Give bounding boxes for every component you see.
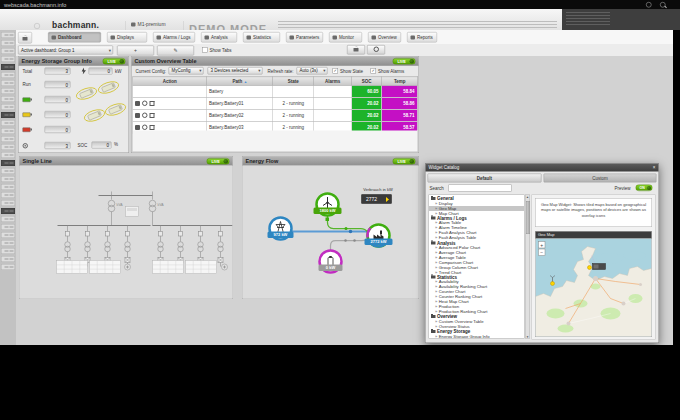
scroll-up-icon[interactable]: ▲ xyxy=(526,195,530,198)
tab-overview[interactable]: Overview xyxy=(368,32,401,43)
single-line-diagram: kVA kVA xyxy=(20,166,233,299)
open-display-icon[interactable] xyxy=(150,125,155,130)
cell-temp: 58.84 xyxy=(382,85,418,97)
key-icon[interactable] xyxy=(646,2,652,8)
battery-green-icon xyxy=(23,97,31,102)
column-action[interactable]: Action xyxy=(133,77,207,86)
tab-displays[interactable]: Displays xyxy=(107,32,147,43)
panel-header: Energy Storage Group Info LIVE xyxy=(19,57,129,67)
column-path[interactable]: Path▲ xyxy=(207,77,273,86)
checkbox-icon: ✓ xyxy=(333,68,339,74)
cropped-widget-row xyxy=(1,136,15,142)
tab-default[interactable]: Default xyxy=(428,174,542,183)
counter-label: Total xyxy=(23,69,40,74)
header-clock-area: 12:28 pm GMT+01:00 Friday, 29/03/2024 (S… xyxy=(562,9,680,30)
screen-edge xyxy=(673,30,680,345)
tab-statistics[interactable]: Statistics xyxy=(243,32,280,43)
show-tabs-checkbox[interactable]: Show Tabs xyxy=(202,47,231,53)
item-bullet-icon: » xyxy=(435,255,437,260)
power-unit: kW xyxy=(115,69,122,74)
column-temp[interactable]: Temp xyxy=(382,77,418,86)
tab-custom[interactable]: Custom xyxy=(544,174,657,183)
column-path-label: Path xyxy=(232,79,242,84)
feeder-table xyxy=(186,261,217,274)
tab-dashboard[interactable]: Dashboard xyxy=(48,32,101,43)
item-bullet-icon: » xyxy=(435,235,437,240)
column-alarms[interactable]: Alarms xyxy=(314,77,352,86)
device-icon[interactable] xyxy=(135,101,140,106)
cell-alarms xyxy=(314,85,352,97)
parameters-icon[interactable] xyxy=(142,113,148,119)
column-soc[interactable]: SOC xyxy=(352,77,382,86)
active-dashboard-select[interactable]: Active dashboard: Group 1 xyxy=(18,46,113,55)
item-bullet-icon: » xyxy=(435,250,437,255)
tab-reports[interactable]: Reports xyxy=(407,32,437,43)
overview-table: Action Path▲ State Alarms SOC Temp Batte… xyxy=(133,77,419,134)
user-lock-button[interactable] xyxy=(18,32,32,44)
alarms-icon xyxy=(157,35,162,39)
cropped-widget-row xyxy=(1,88,15,94)
device-icon xyxy=(131,23,136,27)
battery-cluster-graphic xyxy=(71,79,128,135)
expand-right-button[interactable] xyxy=(222,264,228,270)
add-dashboard-button[interactable]: + xyxy=(117,46,154,56)
tab-label: Alarms / Logs xyxy=(163,35,191,40)
column-state[interactable]: State xyxy=(273,77,314,86)
cell-alarms xyxy=(314,97,352,109)
live-toggle[interactable]: LIVE xyxy=(393,58,416,65)
parameters-icon[interactable] xyxy=(142,125,148,131)
refresh-select[interactable]: Auto (3s) xyxy=(297,67,328,75)
counter-value: 0 xyxy=(45,96,71,103)
battery-yellow-icon xyxy=(23,112,31,117)
dialog-titlebar[interactable]: Widget Catalog × xyxy=(426,164,659,172)
map-zoom-in-button[interactable]: + xyxy=(539,242,546,249)
preview-toggle[interactable]: ON xyxy=(636,185,653,192)
device-icon[interactable] xyxy=(135,113,140,118)
tab-parameters[interactable]: Parameters xyxy=(286,32,323,43)
device-icon[interactable] xyxy=(135,125,140,130)
wind-power-value: 1800 kW xyxy=(314,208,342,215)
show-alarms-checkbox[interactable]: ✓ Show Alarms xyxy=(371,68,405,74)
open-display-icon[interactable] xyxy=(150,113,155,118)
devices-select[interactable]: 3 Devices selected xyxy=(208,67,263,75)
config-select[interactable]: MyConfig xyxy=(169,67,204,75)
cropped-widget-row xyxy=(1,208,15,214)
live-toggle[interactable]: LIVE xyxy=(207,158,230,165)
cropped-widget-row xyxy=(1,144,15,150)
parameters-icon[interactable] xyxy=(142,101,148,107)
tree-item-energy-storage-group-info[interactable]: »Energy Storage Group Info xyxy=(429,334,524,339)
map-zoom-out-button[interactable]: − xyxy=(539,249,546,256)
panel-lock-button[interactable] xyxy=(347,45,365,55)
show-state-checkbox[interactable]: ✓ Show State xyxy=(333,68,364,74)
site-url: webscada.bachmann.info xyxy=(4,0,66,9)
tab-analysis[interactable]: Analysis xyxy=(201,32,237,43)
live-toggle[interactable]: LIVE xyxy=(393,158,416,165)
tab-alarms-logs[interactable]: Alarms / Logs xyxy=(153,32,195,43)
scroll-thumb[interactable] xyxy=(526,201,530,234)
consumption-gauge: 2772 xyxy=(362,195,392,204)
panel-settings-button[interactable] xyxy=(367,45,385,55)
header: bachmann. M1-premium EN DEMO MODE xyxy=(0,9,562,31)
folder-icon xyxy=(431,276,436,279)
scroll-down-icon[interactable]: ▼ xyxy=(526,335,530,338)
consumer-node[interactable] xyxy=(363,220,394,251)
item-bullet-icon: » xyxy=(435,319,437,324)
tab-monitor[interactable]: Monitor xyxy=(329,32,362,43)
dashboard-toolbar xyxy=(16,44,673,57)
close-button[interactable]: × xyxy=(653,164,656,172)
folder-icon xyxy=(431,330,436,333)
feeder-table xyxy=(57,261,88,274)
expand-left-button[interactable] xyxy=(125,264,131,270)
soc-value: 0 xyxy=(92,142,112,149)
tie-widget[interactable] xyxy=(126,207,139,217)
cropped-widget-row xyxy=(1,200,15,206)
tree-scrollbar[interactable]: ▲ ▼ xyxy=(525,195,530,339)
live-toggle[interactable]: LIVE xyxy=(103,58,126,65)
item-label: Energy Storage Group Info xyxy=(439,333,490,338)
folder-icon xyxy=(431,315,436,318)
widget-search-input[interactable] xyxy=(449,185,512,192)
edit-dashboard-button[interactable]: ✎ xyxy=(157,46,194,56)
cropped-widget-row xyxy=(1,232,15,238)
open-display-icon[interactable] xyxy=(150,101,155,106)
search-icon[interactable] xyxy=(660,2,666,8)
